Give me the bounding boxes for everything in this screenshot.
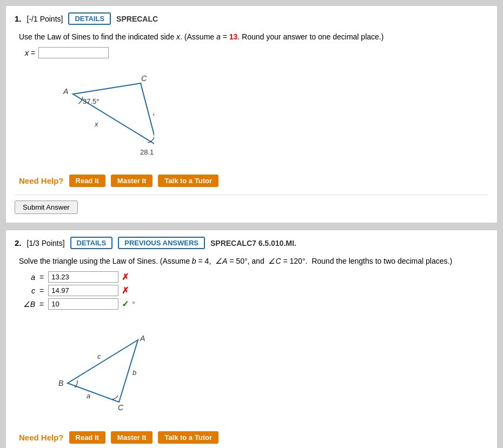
submit-button-1[interactable]: Submit Answer: [15, 200, 78, 214]
question-text-1: Use the Law of Sines to find the indicat…: [19, 31, 488, 43]
field-angleB-correct-icon: ✓: [122, 299, 129, 309]
question-header-1: 1. [-/1 Points] DETAILS SPRECALC: [15, 12, 488, 25]
question-block-2: 2. [1/3 Points] DETAILS PREVIOUS ANSWERS…: [5, 230, 498, 448]
question-body-2: Solve the triangle using the Law of Sine…: [15, 256, 488, 444]
x-input[interactable]: [38, 47, 109, 58]
svg-marker-1: [68, 340, 138, 402]
master-it-button-1[interactable]: Master It: [111, 175, 153, 187]
prev-answers-button-2[interactable]: PREVIOUS ANSWERS: [118, 237, 205, 249]
vertex-C-label: C: [141, 74, 147, 83]
side-c2-label: c: [97, 352, 101, 360]
degree-symbol: °: [132, 300, 135, 308]
field-c-input[interactable]: [48, 285, 118, 296]
question-number-1: 1.: [15, 14, 22, 23]
diagram-2: A B C c b a: [35, 318, 488, 423]
need-help-label-2: Need Help?: [19, 433, 64, 442]
question-number-2: 2.: [15, 238, 22, 248]
field-angleB-input[interactable]: [48, 298, 118, 310]
vertex-C2-label: C: [118, 403, 124, 412]
field-angleB-row: ∠B = ✓ °: [19, 298, 488, 310]
question-text-2: Solve the triangle using the Law of Sine…: [19, 256, 488, 267]
question-block-1: 1. [-/1 Points] DETAILS SPRECALC Use the…: [5, 5, 498, 223]
field-a-label: a: [19, 273, 35, 282]
course-code-2: SPRECALC7 6.5.010.MI.: [210, 239, 296, 248]
course-code-1: SPRECALC: [116, 15, 158, 23]
field-c-row: c = ✗: [19, 285, 488, 296]
talk-to-tutor-button-1[interactable]: Talk to a Tutor: [158, 175, 219, 187]
vertex-A2-label: A: [140, 334, 145, 343]
master-it-button-2[interactable]: Master It: [111, 431, 153, 444]
points-1: [-/1 Points]: [27, 15, 63, 23]
field-a-input[interactable]: [48, 271, 118, 283]
read-it-button-1[interactable]: Read It: [69, 175, 105, 187]
question-header-2: 2. [1/3 Points] DETAILS PREVIOUS ANSWERS…: [15, 237, 488, 249]
side-a2-label: a: [87, 392, 90, 400]
side-x-label: x: [94, 120, 98, 128]
talk-to-tutor-button-2[interactable]: Talk to a Tutor: [158, 431, 219, 444]
read-it-button-2[interactable]: Read It: [69, 431, 105, 444]
field-c-label: c: [19, 286, 35, 295]
svg-marker-0: [73, 83, 154, 145]
need-help-label-1: Need Help?: [19, 176, 64, 185]
diagram-1: A C B 37.5° 28.1° x a: [35, 67, 488, 166]
field-a-row: a = ✗: [19, 271, 488, 283]
side-a-label: a: [153, 109, 154, 117]
field-c-wrong-icon: ✗: [122, 285, 129, 296]
details-button-2[interactable]: DETAILS: [70, 237, 113, 249]
need-help-row-2: Need Help? Read It Master It Talk to a T…: [19, 431, 488, 444]
triangle-svg-2: A B C c b a: [35, 318, 154, 421]
x-label: x =: [19, 49, 35, 57]
submit-row-1: Submit Answer: [15, 195, 488, 214]
points-2: [1/3 Points]: [27, 239, 65, 248]
vertex-A-label: A: [63, 87, 68, 96]
need-help-row-1: Need Help? Read It Master It Talk to a T…: [19, 175, 488, 187]
details-button-1[interactable]: DETAILS: [68, 12, 111, 25]
vertex-B2-label: B: [58, 379, 63, 387]
angle-B-value: 28.1°: [140, 148, 154, 156]
answer-row-1: x =: [19, 47, 488, 58]
side-b2-label: b: [133, 369, 136, 377]
field-angleB-label: ∠B: [19, 300, 35, 309]
triangle-svg-1: A C B 37.5° 28.1° x a: [35, 67, 154, 164]
question-body-1: Use the Law of Sines to find the indicat…: [15, 31, 488, 187]
angle-A-value: 37.5°: [83, 97, 100, 105]
field-a-wrong-icon: ✗: [122, 272, 129, 282]
